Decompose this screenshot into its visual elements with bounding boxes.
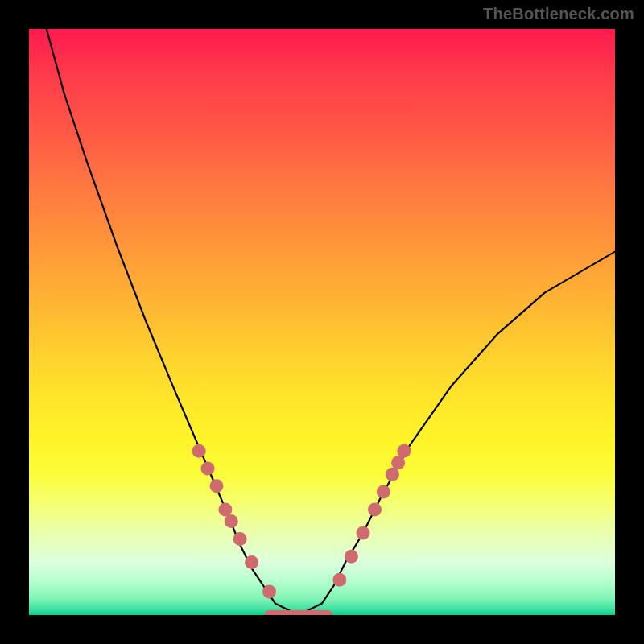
chart-frame: TheBottleneck.com [0,0,644,644]
gradient-background [29,29,615,615]
watermark-text: TheBottleneck.com [483,5,634,23]
